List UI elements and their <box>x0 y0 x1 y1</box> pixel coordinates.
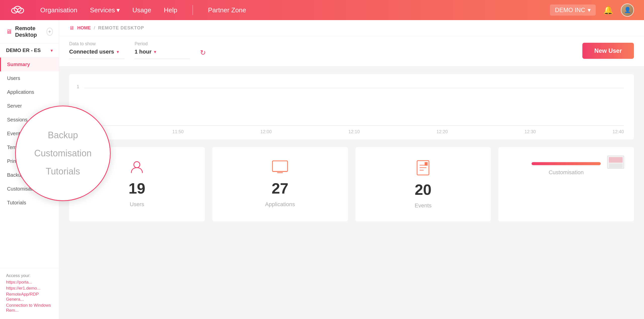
chart-x-label-5: 12:30 <box>525 129 536 134</box>
stat-card-applications[interactable]: 27 Applications <box>212 147 348 221</box>
customisation-bar <box>532 162 601 165</box>
nav-partner-zone[interactable]: Partner Zone <box>208 6 246 14</box>
logo[interactable] <box>10 5 25 15</box>
breadcrumb-separator: / <box>94 25 95 31</box>
svg-rect-4 <box>272 161 288 171</box>
popup-menu: Backup Customisation Tutorials <box>15 106 111 201</box>
users-icon <box>129 160 144 176</box>
users-count: 19 <box>129 180 145 197</box>
chart-y-top-label: 1 <box>77 84 79 89</box>
chart-area: 1 0 11:40 11:50 12:00 12:10 12:20 12:30 … <box>69 74 634 140</box>
sidebar-footer: Access your: https://porta... https://er… <box>0 268 59 319</box>
data-to-show-value: Connected users <box>69 49 114 55</box>
data-to-show-label: Data to show <box>69 41 125 47</box>
popup-item-backup[interactable]: Backup <box>48 130 78 141</box>
sidebar-env[interactable]: DEMO ER - ES ▾ <box>0 43 59 58</box>
data-to-show-group: Data to show Connected users ▾ <box>69 41 125 59</box>
env-dropdown-icon: ▾ <box>51 48 53 53</box>
sidebar-item-users[interactable]: Users <box>0 71 59 85</box>
period-underline <box>135 59 190 59</box>
breadcrumb: 🖥 HOME / REMOTE DESKTOP <box>69 25 144 31</box>
chart-top-gridline <box>84 88 624 88</box>
chart-bottom-gridline <box>84 125 624 126</box>
applications-count: 27 <box>272 180 289 197</box>
users-label: Users <box>130 201 144 208</box>
period-arrow-icon: ▾ <box>154 50 156 54</box>
sidebar-service-title-row: 🖥 Remote Desktop <box>6 25 47 38</box>
data-to-show-underline <box>69 59 125 59</box>
data-to-show-arrow-icon: ▾ <box>117 50 119 54</box>
breadcrumb-home-icon: 🖥 <box>69 25 74 31</box>
events-label: Events <box>415 202 431 209</box>
filters-bar: Data to show Connected users ▾ Period 1 … <box>59 36 644 67</box>
sidebar-env-name: DEMO ER - ES <box>6 48 41 53</box>
remote-desktop-icon: 🖥 <box>6 28 12 35</box>
chart-x-label-6: 12:40 <box>613 129 624 134</box>
stat-card-events[interactable]: 20 Events <box>355 147 491 221</box>
breadcrumb-home-link[interactable]: HOME <box>77 25 91 31</box>
avatar-placeholder: 👤 <box>621 4 633 16</box>
chart-x-label-4: 12:20 <box>436 129 448 134</box>
sidebar-footer-link-3[interactable]: RemoteApp/RDP Genera... <box>6 292 53 302</box>
user-avatar[interactable]: 👤 <box>621 4 634 17</box>
period-select[interactable]: 1 hour ▾ <box>135 49 190 55</box>
sidebar-item-summary[interactable]: Summary <box>0 58 59 71</box>
data-to-show-select[interactable]: Connected users ▾ <box>69 49 125 55</box>
customisation-label: Customisation <box>549 169 584 176</box>
refresh-icon[interactable]: ↻ <box>200 49 206 57</box>
chart-x-label-2: 12:00 <box>260 129 272 134</box>
events-icon <box>416 160 430 177</box>
org-name: DEMO INC <box>555 7 585 14</box>
notification-bell-icon[interactable]: 🔔 <box>603 5 613 15</box>
sidebar-item-applications[interactable]: Applications <box>0 85 59 99</box>
stats-row: 19 Users 27 Applications <box>69 147 634 221</box>
applications-label: Applications <box>265 201 295 208</box>
popup-item-customisation[interactable]: Customisation <box>34 148 92 159</box>
nav-usage[interactable]: Usage <box>132 6 151 14</box>
sidebar-footer-link-2[interactable]: https://er1.demo... <box>6 286 53 291</box>
svg-rect-11 <box>425 162 428 166</box>
main-content: 🖥 HOME / REMOTE DESKTOP Data to show Con… <box>59 20 644 319</box>
stat-card-customisation[interactable]: Customisation <box>498 147 634 221</box>
events-count: 20 <box>415 181 432 198</box>
sidebar-add-button[interactable]: + <box>47 28 53 36</box>
services-arrow-icon: ▾ <box>116 6 120 14</box>
breadcrumb-current: REMOTE DESKTOP <box>98 25 144 31</box>
sidebar-header: 🖥 Remote Desktop + <box>0 20 59 43</box>
nav-items: Organisation Services ▾ Usage Help Partn… <box>40 5 550 15</box>
applications-icon <box>271 160 289 176</box>
period-group: Period 1 hour ▾ <box>135 41 190 59</box>
period-value: 1 hour <box>135 49 151 55</box>
new-user-button[interactable]: New User <box>582 43 634 59</box>
sidebar-footer-link-1[interactable]: https://porta... <box>6 280 53 285</box>
nav-right: DEMO INC ▾ 🔔 👤 <box>550 4 634 17</box>
sidebar-service-name: Remote Desktop <box>15 25 47 38</box>
popup-item-tutorials[interactable]: Tutorials <box>46 166 80 177</box>
nav-organisation[interactable]: Organisation <box>40 6 77 14</box>
chart-x-labels: 11:40 11:50 12:00 12:10 12:20 12:30 12:4… <box>84 129 624 134</box>
svg-rect-14 <box>609 157 623 163</box>
nav-help[interactable]: Help <box>164 6 177 14</box>
svg-point-3 <box>134 162 140 168</box>
org-dropdown-icon: ▾ <box>588 7 591 14</box>
period-label: Period <box>135 41 190 47</box>
chart-x-label-1: 11:50 <box>172 129 184 134</box>
customisation-icon <box>606 155 629 176</box>
sidebar-footer-link-4[interactable]: Connection to Windows Rem... <box>6 303 53 313</box>
chart-x-label-3: 12:10 <box>348 129 360 134</box>
sidebar-footer-label: Access your: <box>6 273 53 278</box>
top-navigation: Organisation Services ▾ Usage Help Partn… <box>0 0 644 20</box>
nav-divider <box>192 5 193 15</box>
toolbar: 🖥 HOME / REMOTE DESKTOP <box>59 20 644 36</box>
svg-rect-13 <box>609 163 623 168</box>
nav-services[interactable]: Services ▾ <box>90 6 120 14</box>
org-selector[interactable]: DEMO INC ▾ <box>550 5 596 16</box>
